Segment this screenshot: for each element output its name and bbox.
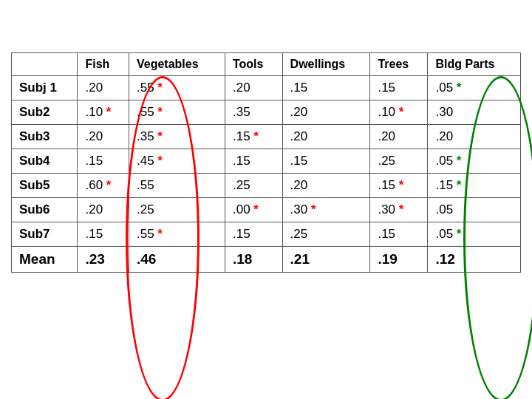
star-icon: * xyxy=(457,154,462,168)
cell-veg: .55 * xyxy=(129,222,225,246)
col-header-trees: Trees xyxy=(370,52,428,75)
table-row: Sub4.15.45 *.15.15.25.05 * xyxy=(12,149,521,173)
cell-tools: .15 * xyxy=(225,124,282,149)
cell-bldg: .05 * xyxy=(428,75,521,100)
cell-bldg: .30 xyxy=(428,100,521,124)
cell-dwell: .20 xyxy=(282,124,370,149)
row-label: Sub6 xyxy=(12,197,78,222)
data-table: Fish Vegetables Tools Dwellings Trees Bl… xyxy=(11,52,521,273)
star-icon: * xyxy=(253,129,259,143)
cell-fish: .60 * xyxy=(78,173,129,197)
star-icon: * xyxy=(457,227,462,241)
cell-fish: .20 xyxy=(78,124,129,149)
mean-cell-bldg: .12 xyxy=(428,246,521,272)
cell-trees: .20 xyxy=(370,124,428,149)
mean-cell-fish: .23 xyxy=(78,246,129,272)
row-label: Subj 1 xyxy=(12,75,78,100)
star-icon: * xyxy=(106,105,112,119)
cell-dwell: .30 * xyxy=(282,197,370,222)
row-label: Sub2 xyxy=(12,100,78,124)
star-icon: * xyxy=(106,178,112,192)
cell-veg: .55 * xyxy=(129,100,225,124)
cell-tools: .15 xyxy=(225,149,282,173)
mean-cell-trees: .19 xyxy=(370,246,428,272)
table-row: Sub6.20.25.00 *.30 *.30 *.05 xyxy=(12,197,521,222)
cell-tools: .00 * xyxy=(225,197,282,222)
cell-tools: .20 xyxy=(225,75,282,100)
col-header-bldg-parts: Bldg Parts xyxy=(428,52,521,75)
table-row: Sub7.15.55 *.15.25.15.05 * xyxy=(12,222,521,246)
cell-fish: .20 xyxy=(78,75,129,100)
star-icon: * xyxy=(157,154,163,168)
cell-veg: .55 * xyxy=(129,75,225,100)
col-header-vegetables: Vegetables xyxy=(129,52,225,75)
cell-tools: .15 xyxy=(225,222,282,246)
row-label: Sub7 xyxy=(12,222,78,246)
col-header-empty xyxy=(12,52,78,75)
cell-trees: .15 xyxy=(370,75,428,100)
star-icon: * xyxy=(457,178,462,192)
mean-row: Mean.23.46.18.21.19.12 xyxy=(12,246,521,272)
cell-fish: .10 * xyxy=(78,100,129,124)
page-title xyxy=(11,7,521,29)
star-icon: * xyxy=(399,105,404,119)
col-header-fish: Fish xyxy=(78,52,129,75)
star-icon: * xyxy=(157,81,163,95)
cell-fish: .20 xyxy=(78,197,129,222)
cell-veg: .45 * xyxy=(129,149,225,173)
cell-trees: .15 * xyxy=(370,173,428,197)
cell-dwell: .25 xyxy=(282,222,370,246)
cell-dwell: .20 xyxy=(282,173,370,197)
table-row: Sub3.20.35 *.15 *.20.20.20 xyxy=(12,124,521,149)
cell-bldg: .05 * xyxy=(428,149,521,173)
table-wrapper: Fish Vegetables Tools Dwellings Trees Bl… xyxy=(11,52,521,273)
cell-tools: .25 xyxy=(225,173,282,197)
cell-trees: .30 * xyxy=(370,197,428,222)
star-icon: * xyxy=(399,202,404,216)
cell-trees: .10 * xyxy=(370,100,428,124)
cell-dwell: .15 xyxy=(282,75,370,100)
mean-cell-veg: .46 xyxy=(129,246,225,272)
star-icon: * xyxy=(157,227,163,241)
mean-cell-tools: .18 xyxy=(225,246,282,272)
star-icon: * xyxy=(253,202,259,216)
table-row: Sub5.60 *.55.25.20.15 *.15 * xyxy=(12,173,521,197)
star-icon: * xyxy=(157,105,163,119)
cell-dwell: .20 xyxy=(282,100,370,124)
row-label: Sub4 xyxy=(12,149,78,173)
table-row: Subj 1.20.55 *.20.15.15.05 * xyxy=(12,75,521,100)
col-header-dwellings: Dwellings xyxy=(282,52,370,75)
cell-trees: .15 xyxy=(370,222,428,246)
table-row: Sub2.10 *.55 *.35.20.10 *.30 xyxy=(12,100,521,124)
cell-veg: .25 xyxy=(129,197,225,222)
star-icon: * xyxy=(457,81,462,95)
cell-fish: .15 xyxy=(78,149,129,173)
row-label: Sub3 xyxy=(12,124,78,149)
row-label: Sub5 xyxy=(12,173,78,197)
mean-label: Mean xyxy=(12,246,78,272)
cell-tools: .35 xyxy=(225,100,282,124)
legend xyxy=(159,35,521,48)
cell-bldg: .05 xyxy=(428,197,521,222)
mean-cell-dwell: .21 xyxy=(282,246,370,272)
cell-fish: .15 xyxy=(78,222,129,246)
cell-bldg: .20 xyxy=(428,124,521,149)
col-header-tools: Tools xyxy=(225,52,282,75)
star-icon: * xyxy=(311,202,316,216)
star-icon: * xyxy=(399,178,404,192)
cell-dwell: .15 xyxy=(282,149,370,173)
cell-bldg: .05 * xyxy=(428,222,521,246)
cell-trees: .25 xyxy=(370,149,428,173)
cell-bldg: .15 * xyxy=(428,173,521,197)
star-icon: * xyxy=(157,129,163,143)
cell-veg: .55 xyxy=(129,173,225,197)
cell-veg: .35 * xyxy=(129,124,225,149)
